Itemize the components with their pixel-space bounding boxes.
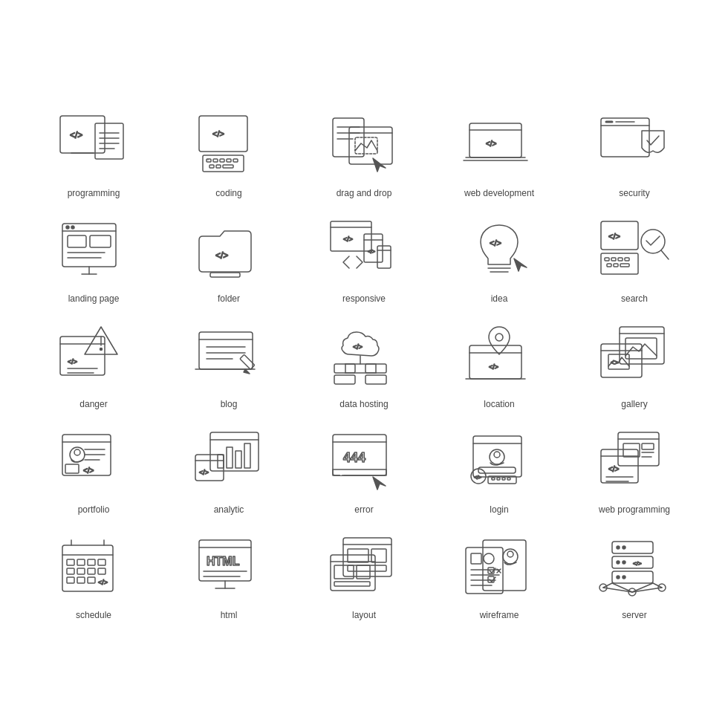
icon-label-data-hosting: data hosting	[339, 399, 388, 409]
svg-rect-123	[218, 455, 224, 468]
svg-rect-164	[67, 559, 74, 565]
icon-label-blog: blog	[221, 399, 238, 409]
icon-gallery: <>	[590, 319, 679, 393]
svg-rect-19	[223, 165, 233, 168]
svg-rect-148	[507, 478, 510, 480]
svg-rect-37	[62, 224, 116, 267]
icon-location: </>	[455, 319, 544, 393]
icon-item-web-development: </> web development	[435, 108, 563, 198]
svg-text:</>: </>	[212, 129, 224, 138]
svg-text:444: 444	[343, 450, 365, 465]
svg-rect-183	[343, 538, 391, 576]
icon-label-coding: coding	[215, 188, 241, 198]
svg-rect-205	[471, 553, 481, 564]
svg-point-218	[617, 576, 620, 579]
svg-marker-61	[514, 259, 527, 271]
svg-rect-93	[334, 364, 355, 373]
svg-line-73	[661, 250, 669, 259]
icon-security	[590, 108, 679, 182]
svg-point-195	[507, 551, 513, 557]
svg-text:</>: </>	[215, 250, 228, 261]
icon-label-programming: programming	[68, 188, 120, 198]
svg-rect-67	[618, 258, 623, 261]
svg-rect-15	[227, 159, 231, 162]
svg-rect-174	[88, 577, 95, 583]
icon-item-danger: </> danger	[30, 319, 157, 409]
icon-blog	[184, 319, 273, 393]
icon-item-programming: </> programming	[30, 108, 157, 198]
svg-text:</>: </>	[70, 130, 82, 140]
svg-point-216	[617, 561, 620, 564]
icon-item-analytic: </> analytic	[165, 424, 293, 515]
svg-rect-70	[614, 264, 618, 267]
svg-point-219	[623, 576, 625, 579]
icon-item-folder: </> folder	[165, 213, 293, 304]
icon-search: </>	[590, 213, 679, 287]
svg-text:HTML: HTML	[207, 555, 240, 568]
svg-rect-16	[233, 159, 238, 162]
icon-label-security: security	[619, 188, 649, 198]
svg-rect-18	[216, 165, 221, 168]
icon-web-programming: </>	[590, 424, 679, 498]
svg-text:</>: </>	[353, 343, 363, 351]
svg-rect-65	[605, 258, 609, 261]
icon-label-server: server	[622, 610, 646, 620]
icon-item-wireframe: wireframe	[435, 530, 563, 620]
svg-rect-170	[88, 568, 95, 574]
svg-rect-48	[210, 273, 240, 277]
icon-item-blog: blog	[165, 319, 293, 409]
icon-html: HTML	[184, 530, 273, 604]
svg-rect-169	[77, 568, 85, 574]
svg-rect-186	[371, 549, 386, 562]
icon-label-web-programming: web programming	[599, 504, 670, 515]
svg-rect-55	[377, 246, 391, 268]
icon-label-danger: danger	[79, 399, 107, 409]
icon-layout	[319, 530, 409, 604]
icon-label-drag-and-drop: drag and drop	[337, 188, 392, 198]
icon-label-analytic: analytic	[214, 504, 244, 515]
icon-label-gallery: gallery	[621, 399, 647, 409]
svg-text:</>: </>	[199, 469, 209, 476]
svg-text:</>: </>	[98, 579, 108, 586]
icon-item-login: </> login	[435, 424, 563, 515]
svg-point-215	[623, 546, 625, 549]
icon-coding: </>	[184, 108, 273, 182]
svg-text:</>: </>	[490, 238, 501, 247]
icon-item-server: </> server	[571, 530, 698, 620]
svg-rect-66	[611, 258, 616, 261]
icon-server: </>	[590, 530, 679, 604]
svg-rect-71	[620, 264, 629, 267]
icon-item-idea: </> </> idea	[435, 213, 563, 304]
svg-rect-10	[203, 155, 244, 172]
svg-text:</>: </>	[343, 235, 353, 243]
svg-rect-125	[235, 451, 241, 468]
svg-rect-74	[60, 337, 105, 375]
svg-rect-12	[207, 159, 211, 162]
icon-idea: </> </>	[455, 213, 544, 287]
icon-item-html: HTML html	[165, 530, 293, 620]
icon-item-coding: </> coding	[165, 108, 293, 198]
svg-rect-168	[67, 568, 74, 574]
svg-rect-17	[209, 165, 214, 168]
icon-item-web-programming: </> web programming	[571, 424, 698, 515]
icon-label-location: location	[484, 399, 514, 409]
icon-item-responsive: </> </> responsive	[300, 213, 428, 304]
icon-login: </>	[455, 424, 544, 498]
svg-rect-167	[98, 559, 105, 565]
svg-rect-145	[492, 478, 495, 480]
icon-programming: </>	[49, 108, 138, 182]
svg-text:</>: </>	[337, 469, 346, 476]
svg-rect-116	[65, 464, 79, 473]
icon-label-folder: folder	[218, 293, 240, 304]
svg-text:</>: </>	[489, 363, 498, 371]
icon-label-landing-page: landing page	[68, 293, 120, 304]
icon-schedule: </>	[49, 530, 138, 604]
svg-rect-192	[334, 582, 370, 586]
svg-text:</>: </>	[608, 465, 620, 473]
icon-label-portfolio: portfolio	[78, 504, 110, 515]
svg-point-39	[66, 226, 69, 229]
icon-folder: </>	[184, 213, 273, 287]
icon-label-error: error	[354, 504, 373, 515]
svg-text:</>: </>	[83, 467, 94, 475]
icon-label-wireframe: wireframe	[480, 610, 519, 620]
